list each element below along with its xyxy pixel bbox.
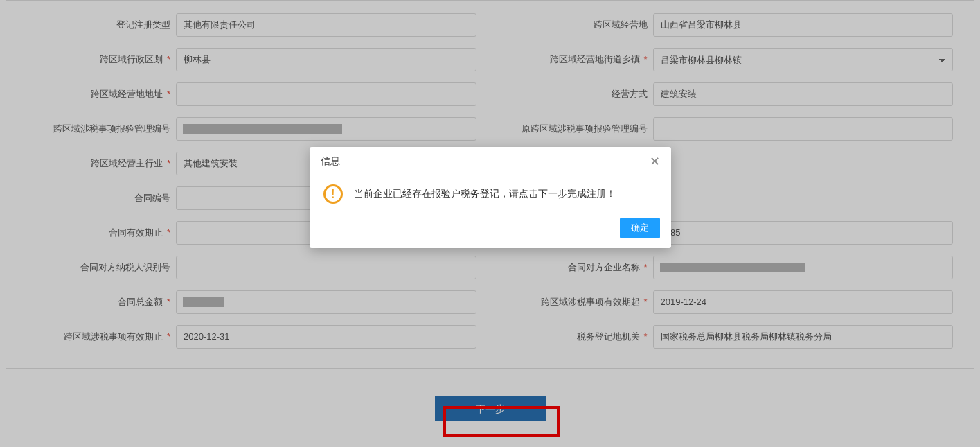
info-modal: 信息 ✕ ! 当前企业已经存在报验户税务登记，请点击下一步完成注册！ 确定 (310, 147, 671, 248)
modal-close-button[interactable]: ✕ (650, 155, 660, 168)
modal-footer: 确定 (310, 218, 671, 248)
warning-icon: ! (323, 184, 343, 204)
modal-header: 信息 ✕ (310, 147, 671, 176)
modal-body: ! 当前企业已经存在报验户税务登记，请点击下一步完成注册！ (310, 176, 671, 218)
modal-title: 信息 (321, 155, 340, 168)
modal-overlay: 信息 ✕ ! 当前企业已经存在报验户税务登记，请点击下一步完成注册！ 确定 (0, 0, 980, 447)
modal-message: 当前企业已经存在报验户税务登记，请点击下一步完成注册！ (354, 186, 616, 202)
modal-confirm-button[interactable]: 确定 (620, 218, 660, 238)
close-icon: ✕ (650, 155, 660, 168)
